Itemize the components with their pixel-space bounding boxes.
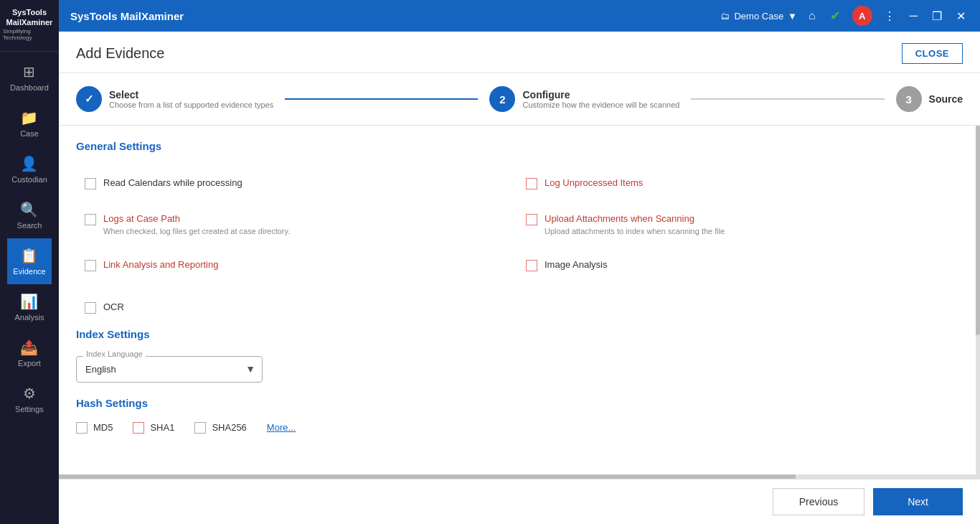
label-image-analysis: Image Analysis <box>545 258 607 271</box>
dashboard-icon: ⊞ <box>23 63 35 80</box>
sidebar-item-dashboard[interactable]: ⊞Dashboard <box>7 55 52 100</box>
index-language-select[interactable]: English French German Spanish Japanese C… <box>76 356 263 383</box>
minimize-icon[interactable]: ─ <box>907 6 920 25</box>
setting-logs-case-path: Logs at Case Path When checked, log file… <box>76 201 517 247</box>
checkbox-sha1[interactable] <box>133 422 144 434</box>
scroll-bar <box>59 474 796 479</box>
label-link-analysis: Link Analysis and Reporting <box>103 258 218 271</box>
avatar[interactable]: A <box>852 6 872 26</box>
search-icon: 🔍 <box>20 201 38 218</box>
checkbox-sha256[interactable] <box>194 422 206 434</box>
home-icon[interactable]: ⌂ <box>806 6 819 25</box>
step-configure-label: Configure <box>522 89 679 100</box>
step-select-label: Select <box>109 89 273 100</box>
sidebar-item-case[interactable]: 📁Case <box>7 100 52 146</box>
window-close-icon[interactable]: ✕ <box>953 6 969 26</box>
setting-link-analysis: Link Analysis and Reporting <box>76 247 517 283</box>
setting-read-calendars: Read Calendars while processing <box>76 165 517 201</box>
main-area: SysTools MailXaminer 🗂 Demo Case ▼ ⌂ ✔ A… <box>59 0 980 524</box>
content-header: Add Evidence CLOSE <box>59 32 980 73</box>
sidebar-item-analysis[interactable]: 📊Analysis <box>7 284 52 330</box>
checkbox-md5[interactable] <box>76 422 88 434</box>
hash-md5: MD5 <box>76 422 113 434</box>
hash-row: MD5 SHA1 SHA256 More... <box>76 422 958 434</box>
step-line-2 <box>691 98 884 100</box>
general-settings-title: General Settings <box>76 140 958 152</box>
sidebar-item-export[interactable]: 📤Export <box>7 330 52 376</box>
hash-sha256: SHA256 <box>194 422 246 434</box>
index-settings-section: Index Settings Index Language English Fr… <box>76 328 958 383</box>
sidebar-label-export: Export <box>18 359 41 368</box>
sidebar-item-settings[interactable]: ⚙Settings <box>7 376 52 422</box>
checkbox-link-analysis[interactable] <box>85 260 96 271</box>
menu-icon[interactable]: ⋮ <box>881 6 898 26</box>
setting-ocr: OCR <box>76 289 958 325</box>
index-language-label: Index Language <box>83 350 146 358</box>
sub-upload-attachments: Upload attachments to index when scannin… <box>545 227 725 235</box>
evidence-icon: 📋 <box>20 247 38 264</box>
settings-grid: Read Calendars while processing Log Unpr… <box>76 165 958 284</box>
sidebar-item-custodian[interactable]: 👤Custodian <box>7 146 52 192</box>
label-upload-attachments: Upload Attachments when Scanning <box>545 212 725 225</box>
settings-icon: ⚙ <box>23 385 36 402</box>
scroll-indicator <box>59 474 980 479</box>
scrollbar-thumb <box>976 126 980 335</box>
topbar: SysTools MailXaminer 🗂 Demo Case ▼ ⌂ ✔ A… <box>59 0 980 32</box>
label-sha256: SHA256 <box>212 422 246 433</box>
checkbox-ocr[interactable] <box>85 302 96 314</box>
chevron-down-icon: ▼ <box>788 11 797 22</box>
checkbox-log-unprocessed[interactable] <box>526 178 537 190</box>
restore-icon[interactable]: ❐ <box>929 6 945 26</box>
content-area: Add Evidence CLOSE ✓ Select Choose from … <box>59 32 980 524</box>
close-button[interactable]: CLOSE <box>902 43 963 64</box>
step-configure: 2 Configure Customize how the evidence w… <box>489 86 679 112</box>
custodian-icon: 👤 <box>20 155 38 172</box>
case-selector[interactable]: 🗂 Demo Case ▼ <box>720 11 797 22</box>
label-sha1: SHA1 <box>150 422 174 433</box>
next-button[interactable]: Next <box>873 488 963 515</box>
steps-bar: ✓ Select Choose from a list of supported… <box>59 73 980 126</box>
sidebar-label-evidence: Evidence <box>13 267 45 276</box>
setting-log-unprocessed: Log Unprocessed Items <box>517 165 958 201</box>
index-settings-title: Index Settings <box>76 328 958 340</box>
analysis-icon: 📊 <box>20 293 38 310</box>
case-icon: 📁 <box>20 109 38 126</box>
step-source-label: Source <box>929 93 963 105</box>
previous-button[interactable]: Previous <box>773 488 864 515</box>
checkbox-upload-attachments[interactable] <box>526 214 537 225</box>
setting-image-analysis: Image Analysis <box>517 247 958 283</box>
case-icon: 🗂 <box>720 11 730 22</box>
label-read-calendars: Read Calendars while processing <box>103 177 242 190</box>
step-line-1 <box>285 98 478 100</box>
case-name: Demo Case <box>734 11 783 22</box>
step-source: 3 Source <box>896 86 963 112</box>
sidebar-label-custodian: Custodian <box>11 175 47 184</box>
sidebar-label-settings: Settings <box>15 405 44 413</box>
label-log-unprocessed: Log Unprocessed Items <box>545 177 643 190</box>
checkbox-logs-case-path[interactable] <box>85 214 96 225</box>
label-ocr: OCR <box>103 301 124 314</box>
label-md5: MD5 <box>93 422 113 433</box>
step-select-circle: ✓ <box>76 86 102 112</box>
app-name: SysTools MailXaminer <box>70 10 184 22</box>
hash-sha1: SHA1 <box>133 422 174 434</box>
index-language-selector[interactable]: Index Language English French German Spa… <box>76 356 263 383</box>
sidebar-item-search[interactable]: 🔍Search <box>7 192 52 238</box>
page-title: Add Evidence <box>76 45 164 62</box>
sidebar-label-case: Case <box>20 129 39 138</box>
checkbox-image-analysis[interactable] <box>526 260 537 271</box>
export-icon: 📤 <box>20 339 38 356</box>
setting-upload-attachments: Upload Attachments when Scanning Upload … <box>517 201 958 247</box>
hash-settings-section: Hash Settings MD5 SHA1 SHA256 <box>76 397 958 434</box>
app-logo: SysTools MailXaminer Simplifying Technol… <box>0 0 59 52</box>
hash-settings-title: Hash Settings <box>76 397 958 409</box>
step-configure-desc: Customize how the evidence will be scann… <box>522 100 679 109</box>
sidebar-label-search: Search <box>17 221 42 230</box>
hash-more-link[interactable]: More... <box>267 422 296 433</box>
sidebar: SysTools MailXaminer Simplifying Technol… <box>0 0 59 524</box>
sidebar-item-evidence[interactable]: 📋Evidence <box>7 238 52 284</box>
step-configure-circle: 2 <box>489 86 515 112</box>
checkbox-read-calendars[interactable] <box>85 178 96 190</box>
step-select-desc: Choose from a list of supported evidence… <box>109 100 273 109</box>
vertical-scrollbar[interactable] <box>976 126 980 474</box>
